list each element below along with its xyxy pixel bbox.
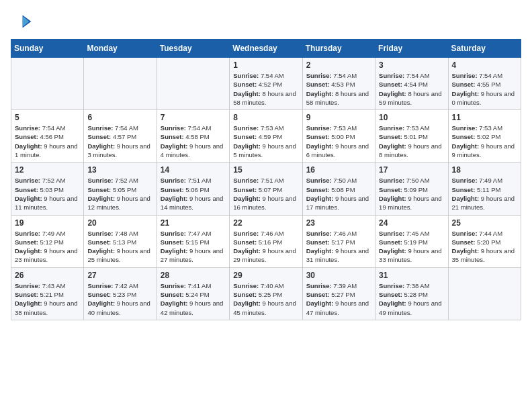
col-header-thursday: Thursday (302, 40, 375, 58)
calendar-week-row: 5Sunrise: 7:54 AMSunset: 4:56 PMDaylight… (11, 110, 521, 163)
day-content: Sunrise: 7:54 AM (379, 71, 444, 80)
calendar-cell: 3Sunrise: 7:54 AMSunset: 4:54 PMDaylight… (375, 58, 448, 110)
day-content: Sunset: 4:53 PM (306, 80, 371, 89)
day-content: Daylight: 8 hours and 58 minutes. (306, 89, 371, 107)
day-number: 4 (452, 60, 517, 70)
day-content: Sunrise: 7:45 AM (379, 229, 444, 238)
day-content: Daylight: 9 hours and 27 minutes. (161, 246, 226, 265)
day-content: Sunrise: 7:44 AM (452, 229, 517, 238)
day-content: Sunset: 5:28 PM (379, 290, 444, 299)
calendar-cell: 8Sunrise: 7:53 AMSunset: 4:59 PMDaylight… (230, 110, 302, 163)
day-content: Sunset: 5:11 PM (452, 185, 517, 194)
day-number: 7 (161, 113, 226, 122)
day-number: 15 (233, 165, 298, 175)
day-content: Daylight: 9 hours and 6 minutes. (306, 142, 371, 160)
day-number: 1 (233, 60, 298, 70)
day-content: Daylight: 9 hours and 23 minutes. (15, 246, 80, 265)
day-content: Sunrise: 7:53 AM (452, 124, 517, 132)
calendar-cell (11, 58, 84, 110)
day-content: Sunrise: 7:54 AM (161, 124, 226, 132)
calendar-week-row: 1Sunrise: 7:54 AMSunset: 4:52 PMDaylight… (11, 58, 521, 110)
day-content: Sunset: 4:57 PM (87, 132, 152, 141)
day-content: Sunrise: 7:46 AM (233, 229, 298, 238)
day-content: Daylight: 9 hours and 0 minutes. (452, 89, 517, 107)
col-header-friday: Friday (375, 40, 448, 58)
col-header-wednesday: Wednesday (230, 40, 302, 58)
day-content: Daylight: 8 hours and 58 minutes. (233, 89, 298, 107)
day-content: Daylight: 9 hours and 1 minute. (15, 142, 80, 160)
day-content: Sunrise: 7:50 AM (306, 176, 371, 185)
day-content: Daylight: 9 hours and 33 minutes. (379, 246, 444, 265)
day-content: Sunrise: 7:41 AM (161, 281, 226, 290)
day-content: Daylight: 9 hours and 9 minutes. (452, 142, 517, 160)
day-content: Sunrise: 7:46 AM (306, 229, 371, 238)
day-number: 23 (306, 218, 371, 228)
calendar-cell: 12Sunrise: 7:52 AMSunset: 5:03 PMDayligh… (11, 163, 84, 215)
calendar-cell (157, 58, 229, 110)
calendar-cell: 7Sunrise: 7:54 AMSunset: 4:58 PMDaylight… (157, 110, 229, 163)
calendar-cell: 29Sunrise: 7:40 AMSunset: 5:25 PMDayligh… (230, 267, 302, 320)
calendar-cell: 23Sunrise: 7:46 AMSunset: 5:17 PMDayligh… (302, 215, 375, 267)
day-content: Daylight: 9 hours and 42 minutes. (161, 299, 226, 317)
day-number: 20 (87, 218, 152, 228)
col-header-tuesday: Tuesday (157, 40, 229, 58)
day-content: Daylight: 9 hours and 38 minutes. (15, 299, 80, 317)
calendar-cell: 10Sunrise: 7:53 AMSunset: 5:01 PMDayligh… (375, 110, 448, 163)
day-content: Daylight: 9 hours and 4 minutes. (161, 142, 226, 160)
day-number: 25 (452, 218, 517, 228)
day-number: 3 (379, 60, 444, 70)
calendar-cell: 1Sunrise: 7:54 AMSunset: 4:52 PMDaylight… (230, 58, 302, 110)
day-content: Sunset: 5:12 PM (15, 238, 80, 246)
day-number: 8 (233, 113, 298, 122)
day-content: Sunset: 5:23 PM (87, 290, 152, 299)
calendar-cell: 19Sunrise: 7:49 AMSunset: 5:12 PMDayligh… (11, 215, 84, 267)
day-number: 22 (233, 218, 298, 228)
calendar-cell: 26Sunrise: 7:43 AMSunset: 5:21 PMDayligh… (11, 267, 84, 320)
day-content: Sunrise: 7:49 AM (452, 176, 517, 185)
day-content: Sunrise: 7:48 AM (87, 229, 152, 238)
day-content: Sunset: 4:54 PM (379, 80, 444, 89)
day-content: Daylight: 9 hours and 16 minutes. (233, 194, 298, 212)
day-content: Sunset: 4:58 PM (161, 132, 226, 141)
day-content: Sunrise: 7:42 AM (87, 281, 152, 290)
day-content: Daylight: 9 hours and 40 minutes. (87, 299, 152, 317)
calendar-header-row: SundayMondayTuesdayWednesdayThursdayFrid… (11, 40, 521, 58)
day-number: 2 (306, 60, 371, 70)
calendar-cell: 16Sunrise: 7:50 AMSunset: 5:08 PMDayligh… (302, 163, 375, 215)
day-number: 9 (306, 113, 371, 122)
day-content: Daylight: 9 hours and 49 minutes. (379, 299, 444, 317)
day-content: Sunrise: 7:52 AM (15, 176, 80, 185)
day-number: 24 (379, 218, 444, 228)
day-content: Sunrise: 7:53 AM (306, 124, 371, 132)
day-number: 5 (15, 113, 80, 122)
day-content: Sunset: 5:05 PM (87, 185, 152, 194)
day-number: 13 (87, 165, 152, 175)
day-content: Sunrise: 7:53 AM (233, 124, 298, 132)
calendar-cell: 9Sunrise: 7:53 AMSunset: 5:00 PMDaylight… (302, 110, 375, 163)
calendar-week-row: 26Sunrise: 7:43 AMSunset: 5:21 PMDayligh… (11, 267, 521, 320)
day-content: Daylight: 9 hours and 8 minutes. (379, 142, 444, 160)
day-content: Sunset: 4:56 PM (15, 132, 80, 141)
day-content: Sunrise: 7:54 AM (306, 71, 371, 80)
day-number: 28 (161, 271, 226, 280)
calendar-cell: 13Sunrise: 7:52 AMSunset: 5:05 PMDayligh… (84, 163, 157, 215)
day-content: Sunrise: 7:54 AM (452, 71, 517, 80)
calendar-cell: 2Sunrise: 7:54 AMSunset: 4:53 PMDaylight… (302, 58, 375, 110)
day-number: 11 (452, 113, 517, 122)
logo (11, 11, 35, 32)
day-content: Daylight: 9 hours and 17 minutes. (306, 194, 371, 212)
calendar-cell (84, 58, 157, 110)
day-content: Daylight: 9 hours and 5 minutes. (233, 142, 298, 160)
calendar-cell: 15Sunrise: 7:51 AMSunset: 5:07 PMDayligh… (230, 163, 302, 215)
calendar-cell: 11Sunrise: 7:53 AMSunset: 5:02 PMDayligh… (448, 110, 521, 163)
day-content: Sunset: 4:59 PM (233, 132, 298, 141)
calendar-cell: 24Sunrise: 7:45 AMSunset: 5:19 PMDayligh… (375, 215, 448, 267)
day-content: Sunrise: 7:49 AM (15, 229, 80, 238)
day-content: Sunset: 5:07 PM (233, 185, 298, 194)
day-number: 30 (306, 271, 371, 280)
calendar-table: SundayMondayTuesdayWednesdayThursdayFrid… (11, 39, 521, 320)
day-content: Daylight: 8 hours and 59 minutes. (379, 89, 444, 107)
day-content: Sunset: 4:52 PM (233, 80, 298, 89)
day-content: Sunset: 5:24 PM (161, 290, 226, 299)
calendar-week-row: 12Sunrise: 7:52 AMSunset: 5:03 PMDayligh… (11, 163, 521, 215)
